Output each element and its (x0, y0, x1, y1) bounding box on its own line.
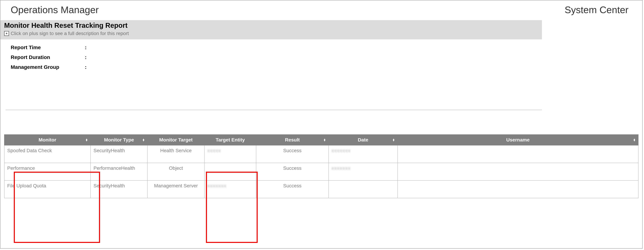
table-header-row: Monitor ▲▼ Monitor Type ▲▼ Monitor Targe… (4, 134, 638, 145)
col-date[interactable]: Date ▲▼ (328, 134, 398, 145)
meta-report-duration: Report Duration : (11, 52, 632, 62)
redacted-text: xxxxxxx (332, 166, 351, 171)
cell-monitor: File Upload Quota (4, 180, 90, 198)
cell-monitor-type: PerformanceHealth (90, 163, 148, 180)
report-title: Monitor Health Reset Tracking Report (4, 22, 538, 29)
report-meta: Report Time : Report Duration : Manageme… (0, 39, 642, 75)
cell-target-entity: xxxxxxx (204, 180, 256, 198)
meta-label: Report Duration (11, 52, 85, 62)
redacted-text: xxxxxxx (207, 183, 226, 188)
sort-icon[interactable]: ▲▼ (392, 138, 395, 141)
col-username[interactable]: Username ▲▼ (398, 134, 638, 145)
col-label: Target Entity (216, 137, 245, 142)
results-table: Monitor ▲▼ Monitor Type ▲▼ Monitor Targe… (4, 134, 638, 198)
report-window: Operations Manager System Center Monitor… (0, 0, 642, 248)
table-row: Performance PerformanceHealth Object Suc… (4, 163, 638, 180)
cell-username (398, 163, 638, 180)
col-monitor-target[interactable]: Monitor Target (148, 134, 204, 145)
sort-icon[interactable]: ▲▼ (633, 138, 636, 141)
cell-monitor-type: SecurityHealth (90, 145, 148, 163)
meta-colon: : (85, 42, 90, 52)
table-row: Spoofed Data Check SecurityHealth Health… (4, 145, 638, 163)
meta-report-time: Report Time : (11, 42, 632, 52)
sort-icon[interactable]: ▲▼ (142, 138, 145, 141)
brand-bar: Operations Manager System Center (0, 0, 642, 20)
meta-colon: : (85, 62, 90, 72)
col-result[interactable]: Result ▲▼ (256, 134, 328, 145)
cell-result: Success (256, 145, 328, 163)
cell-target-entity: xxxxx (204, 145, 256, 163)
sort-icon[interactable]: ▲▼ (323, 138, 326, 141)
meta-label: Management Group (11, 62, 85, 72)
col-label: Monitor Type (104, 137, 134, 142)
title-band: Monitor Health Reset Tracking Report + C… (0, 20, 542, 39)
cell-username (398, 145, 638, 163)
redacted-text: xxxxxxx (332, 148, 351, 153)
redacted-text: xxxxx (207, 148, 221, 153)
cell-result: Success (256, 180, 328, 198)
sort-icon[interactable]: ▲▼ (85, 138, 88, 141)
cell-monitor-target: Object (148, 163, 204, 180)
meta-mgmt-group: Management Group : (11, 62, 632, 72)
col-monitor-type[interactable]: Monitor Type ▲▼ (90, 134, 148, 145)
brand-right: System Center (565, 4, 628, 15)
cell-monitor-target: Management Server (148, 180, 204, 198)
brand-left: Operations Manager (11, 4, 99, 15)
col-label: Monitor (39, 137, 56, 142)
col-target-entity[interactable]: Target Entity (204, 134, 256, 145)
cell-monitor-type: SecurityHealth (90, 180, 148, 198)
meta-colon: : (85, 52, 90, 62)
col-label: Username (506, 137, 530, 142)
cell-username (398, 180, 638, 198)
meta-label: Report Time (11, 42, 85, 52)
col-label: Date (358, 137, 368, 142)
cell-monitor: Spoofed Data Check (4, 145, 90, 163)
col-label: Result (285, 137, 300, 142)
cell-date: xxxxxxx (328, 163, 398, 180)
expand-plus-icon[interactable]: + (4, 31, 9, 36)
cell-monitor: Performance (4, 163, 90, 180)
cell-monitor-target: Health Service (148, 145, 204, 163)
cell-result: Success (256, 163, 328, 180)
table-row: File Upload Quota SecurityHealth Managem… (4, 180, 638, 198)
cell-date: xxxxxxx (328, 145, 398, 163)
col-label: Monitor Target (159, 137, 193, 142)
expand-row: + Click on plus sign to see a full descr… (4, 31, 538, 36)
cell-date (328, 180, 398, 198)
col-monitor[interactable]: Monitor ▲▼ (4, 134, 90, 145)
cell-target-entity (204, 163, 256, 180)
expand-hint-text: Click on plus sign to see a full descrip… (11, 31, 129, 36)
